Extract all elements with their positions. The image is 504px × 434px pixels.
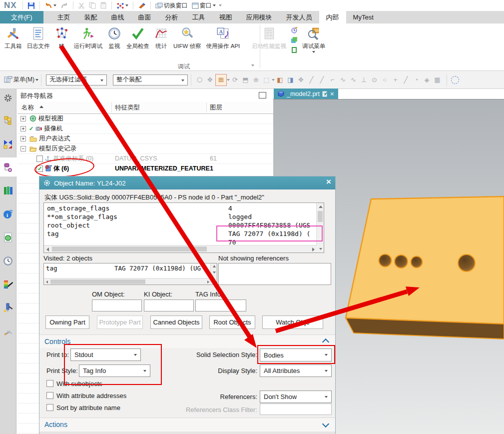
select-box-icon[interactable]: ⬚ bbox=[261, 74, 272, 86]
undo-button[interactable] bbox=[43, 0, 57, 10]
line-icon[interactable]: ╱ bbox=[306, 74, 317, 86]
copy-icon[interactable] bbox=[88, 0, 97, 10]
snap-point-icon[interactable]: ✥ bbox=[205, 74, 215, 86]
tab-mytest[interactable]: MyTest bbox=[346, 11, 381, 24]
listing-vscrollbar[interactable] bbox=[316, 203, 324, 252]
visited-hscrollbar[interactable] bbox=[44, 278, 211, 284]
solid-body-icon[interactable]: ◧ bbox=[275, 74, 285, 86]
checkbox-unchecked[interactable] bbox=[36, 156, 43, 162]
roles-icon[interactable] bbox=[115, 0, 129, 10]
display-style-combo[interactable]: All Attributes bbox=[260, 364, 332, 377]
info-icon[interactable]: i bbox=[2, 208, 14, 220]
expand-icon[interactable]: + bbox=[20, 136, 26, 142]
selection-filter-combo[interactable]: 无选择过滤器 bbox=[46, 74, 107, 86]
tab-home[interactable]: 主页 bbox=[50, 11, 77, 24]
sort-ascending-icon[interactable] bbox=[39, 106, 43, 108]
mini-layers-icon[interactable] bbox=[291, 36, 298, 45]
tag-info-input[interactable] bbox=[195, 300, 246, 312]
tree-row-model-history[interactable]: − 模型历史记录 bbox=[17, 144, 273, 154]
tab-internal[interactable]: 内部 bbox=[319, 11, 346, 24]
mini-timer-icon[interactable] bbox=[291, 26, 298, 35]
tree-row-model-views[interactable]: + 模型视图 bbox=[17, 114, 273, 124]
tab-assembly[interactable]: 装配 bbox=[77, 11, 104, 24]
print-style-combo[interactable]: Tag Info bbox=[79, 364, 150, 377]
tab-surface[interactable]: 曲面 bbox=[131, 11, 158, 24]
diagonal-icon[interactable]: ╱ bbox=[401, 74, 411, 86]
assembly-navigator-icon[interactable] bbox=[2, 114, 14, 126]
uifw-spy-button[interactable]: UIFW 侦察 bbox=[171, 26, 204, 51]
switch-window-button[interactable]: 切换窗口 bbox=[154, 0, 189, 10]
history-clock-icon[interactable] bbox=[2, 255, 14, 267]
tab-application-modules[interactable]: 应用模块 bbox=[239, 11, 279, 24]
extrude-icon[interactable]: ⬒ bbox=[240, 74, 251, 86]
spline-icon[interactable]: ∿ bbox=[338, 74, 348, 86]
sheet-body-icon[interactable]: ◨ bbox=[285, 74, 296, 86]
root-objects-button[interactable]: Root Objects bbox=[209, 316, 255, 329]
constraint-navigator-icon[interactable] bbox=[2, 138, 14, 150]
tab-view[interactable]: 视图 bbox=[212, 11, 239, 24]
move-icon[interactable]: ✥ bbox=[296, 74, 306, 86]
tab-curve[interactable]: 曲线 bbox=[104, 11, 131, 24]
paste-icon[interactable] bbox=[99, 0, 108, 10]
tab-file[interactable]: 文件(F) bbox=[0, 11, 43, 24]
watch-object-button[interactable]: Watch Obje bbox=[262, 316, 323, 329]
referencers-class-filter-input[interactable] bbox=[260, 404, 332, 415]
visualization-icon[interactable] bbox=[2, 278, 14, 290]
solid-selection-style-combo[interactable]: Bodies bbox=[260, 348, 332, 362]
tools-icon[interactable] bbox=[2, 326, 14, 338]
with-attribute-addresses-checkbox[interactable] bbox=[46, 392, 53, 399]
column-layer[interactable]: 图层 bbox=[210, 104, 222, 112]
column-name[interactable]: 名称 bbox=[21, 104, 34, 112]
expand-chevron-icon[interactable] bbox=[322, 420, 329, 428]
machining-wizard-icon[interactable] bbox=[2, 302, 14, 314]
expand-icon[interactable]: + bbox=[20, 116, 26, 122]
face-icon[interactable]: ◔ bbox=[411, 74, 422, 86]
curve-icon[interactable]: ∿ bbox=[348, 74, 359, 86]
controls-section-header[interactable]: Controls bbox=[39, 334, 335, 348]
snap-enabled-icon[interactable]: ⊞ bbox=[215, 74, 227, 86]
debug-menu-dropdown-icon[interactable] bbox=[312, 51, 315, 53]
canned-objects-button[interactable]: Canned Objects bbox=[150, 316, 202, 329]
tab-developer[interactable]: 开发人员 bbox=[279, 11, 319, 24]
dialog-title-bar[interactable]: Object Name: YL24-J02 × bbox=[39, 176, 335, 190]
tab-analysis[interactable]: 分析 bbox=[158, 11, 185, 24]
referencers-combo[interactable]: Don't Show bbox=[260, 390, 332, 403]
expand-icon[interactable]: + bbox=[20, 126, 26, 132]
circle-center-icon[interactable]: ⊙ bbox=[369, 74, 380, 86]
statistics-button[interactable]: 统计 bbox=[152, 26, 171, 51]
checkbox-checked[interactable]: ✓ bbox=[36, 166, 43, 172]
collapse-chevron-icon[interactable] bbox=[322, 338, 329, 346]
brush-icon[interactable] bbox=[137, 0, 147, 10]
trace-selection-icon[interactable] bbox=[451, 76, 459, 84]
selection-scope-combo[interactable]: 整个装配 bbox=[113, 74, 188, 86]
migration-button[interactable]: 移 bbox=[52, 26, 71, 51]
tree-row-datum-csys[interactable]: 基准坐标系 (0) DATUM_CSYS 61 bbox=[17, 154, 273, 164]
mesh-icon[interactable]: ◈ bbox=[422, 74, 432, 86]
tree-row-user-expressions[interactable]: + 用户表达式 bbox=[17, 134, 273, 144]
arc-icon[interactable]: ⌐ bbox=[327, 74, 338, 86]
column-feature-type[interactable]: 特征类型 bbox=[115, 104, 140, 112]
toolbar-overflow-icon[interactable] bbox=[219, 4, 222, 6]
rotate-icon[interactable]: ⟳ bbox=[230, 74, 240, 86]
segment-icon[interactable]: ╱ bbox=[317, 74, 327, 86]
debug-menu-button[interactable]: 调试菜单 bbox=[300, 26, 328, 54]
owning-part-button[interactable]: Owning Part bbox=[45, 316, 89, 329]
visited-listbox[interactable]: tag TAG 72077 (0x1198d) (UG bbox=[43, 263, 217, 285]
toolbox-button[interactable]: 工具箱 bbox=[2, 26, 24, 51]
save-icon[interactable] bbox=[26, 0, 36, 10]
ki-object-input[interactable] bbox=[144, 300, 194, 312]
part-tab[interactable]: _model2.prt × bbox=[274, 88, 338, 99]
om-object-input[interactable] bbox=[92, 300, 142, 312]
tree-row-cameras[interactable]: + ✓ 摄像机 bbox=[17, 124, 273, 134]
dialog-close-icon[interactable]: × bbox=[326, 177, 331, 187]
part-navigator-icon[interactable] bbox=[2, 161, 14, 173]
tree-row-body[interactable]: ✓ 体 (6) UNPARAMETERIZED_FEATURE 1 bbox=[17, 164, 273, 174]
close-tab-icon[interactable]: × bbox=[330, 90, 334, 98]
window-button[interactable]: 窗口 bbox=[191, 0, 217, 10]
grid-icon[interactable]: ▦ bbox=[432, 74, 443, 86]
print-to-combo[interactable]: Stdout bbox=[70, 348, 141, 361]
redo-button[interactable] bbox=[59, 0, 69, 10]
circle-icon[interactable]: ○ bbox=[380, 74, 390, 86]
snap-assembly-icon[interactable]: ⬡ bbox=[194, 74, 205, 86]
with-subobjects-checkbox[interactable] bbox=[46, 380, 53, 387]
